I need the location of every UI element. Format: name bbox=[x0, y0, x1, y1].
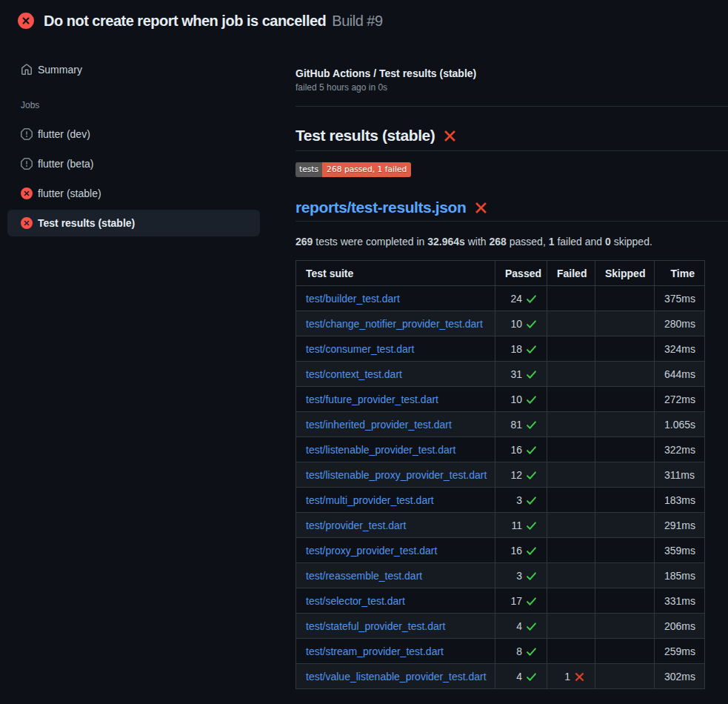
jobs-section-label: Jobs bbox=[21, 100, 295, 110]
time-cell-value: 311ms bbox=[664, 469, 695, 481]
failed-cell bbox=[547, 563, 595, 588]
failed-cell bbox=[547, 588, 595, 614]
summary-text: 32.964s bbox=[427, 236, 465, 248]
table-row: test/provider_test.dart11291ms bbox=[296, 513, 705, 538]
time-cell-value: 324ms bbox=[664, 343, 695, 355]
passed-cell-value: 8 bbox=[516, 645, 522, 657]
skipped-cell bbox=[595, 538, 655, 563]
suite-cell: test/context_test.dart bbox=[296, 362, 495, 387]
passed-cell-value: 4 bbox=[516, 620, 522, 632]
sidebar-item-job[interactable]: Test results (stable) bbox=[7, 210, 260, 236]
table-row: test/reassemble_test.dart3185ms bbox=[296, 563, 705, 588]
check-mark-icon bbox=[526, 293, 537, 305]
stop-icon bbox=[21, 128, 33, 140]
suite-link[interactable]: test/reassemble_test.dart bbox=[306, 570, 422, 582]
check-mark-icon bbox=[526, 394, 537, 405]
report-heading: Test results (stable) bbox=[295, 125, 728, 151]
jobs-list: flutter (dev)flutter (beta)flutter (stab… bbox=[0, 121, 295, 236]
header-row: Test suitePassedFailedSkippedTime bbox=[296, 261, 705, 286]
passed-cell-value: 81 bbox=[510, 419, 522, 431]
table-row: test/change_notifier_provider_test.dart1… bbox=[296, 311, 705, 336]
check-mark-icon bbox=[526, 344, 537, 355]
suite-cell: test/provider_test.dart bbox=[296, 513, 495, 538]
time-cell: 311ms bbox=[655, 462, 705, 488]
table-row: test/value_listenable_provider_test.dart… bbox=[296, 664, 705, 689]
suite-link[interactable]: test/value_listenable_provider_test.dart bbox=[306, 671, 487, 683]
failed-cell bbox=[547, 614, 595, 639]
time-cell-value: 183ms bbox=[664, 494, 695, 506]
sidebar: Summary Jobs flutter (dev)flutter (beta)… bbox=[0, 41, 295, 236]
skipped-cell bbox=[595, 488, 655, 513]
check-mark-icon bbox=[526, 445, 537, 456]
time-cell-value: 206ms bbox=[664, 620, 695, 632]
failed-cell bbox=[547, 437, 595, 462]
sidebar-item-job[interactable]: flutter (stable) bbox=[7, 180, 260, 207]
suite-link[interactable]: test/change_notifier_provider_test.dart bbox=[306, 318, 483, 330]
sidebar-item-job[interactable]: flutter (dev) bbox=[7, 121, 260, 147]
summary-paragraph: 269 tests were completed in 32.964s with… bbox=[295, 234, 728, 250]
time-cell-value: 280ms bbox=[664, 318, 695, 330]
passed-cell: 16 bbox=[495, 538, 547, 563]
passed-cell: 3 bbox=[495, 563, 547, 588]
sidebar-item-job[interactable]: flutter (beta) bbox=[7, 150, 260, 177]
column-header: Skipped bbox=[595, 261, 655, 286]
passed-cell-value: 24 bbox=[510, 293, 522, 305]
passed-cell-value: 18 bbox=[510, 343, 522, 355]
passed-cell: 10 bbox=[495, 311, 547, 336]
time-cell: 206ms bbox=[655, 614, 705, 639]
suite-link[interactable]: test/listenable_proxy_provider_test.dart bbox=[306, 469, 487, 481]
suite-link[interactable]: test/provider_test.dart bbox=[306, 519, 406, 531]
summary-text: 1 bbox=[549, 236, 555, 248]
suite-link[interactable]: test/stream_provider_test.dart bbox=[306, 645, 444, 657]
time-cell: 272ms bbox=[655, 387, 705, 412]
skipped-cell bbox=[595, 664, 655, 689]
time-cell: 302ms bbox=[655, 664, 705, 689]
time-cell-value: 302ms bbox=[664, 671, 695, 683]
time-cell: 331ms bbox=[655, 588, 705, 614]
suite-link[interactable]: test/listenable_provider_test.dart bbox=[306, 444, 455, 456]
skipped-cell bbox=[595, 563, 655, 588]
table-row: test/proxy_provider_test.dart16359ms bbox=[296, 538, 705, 563]
suite-cell: test/listenable_proxy_provider_test.dart bbox=[296, 462, 495, 488]
suite-cell: test/future_provider_test.dart bbox=[296, 387, 495, 412]
suite-link[interactable]: test/inherited_provider_test.dart bbox=[306, 419, 452, 431]
table-row: test/listenable_provider_test.dart16322m… bbox=[296, 437, 705, 462]
time-cell: 183ms bbox=[655, 488, 705, 513]
passed-cell-value: 16 bbox=[510, 545, 522, 557]
time-cell: 375ms bbox=[655, 286, 705, 311]
status-line: failed 5 hours ago in 0s bbox=[295, 81, 728, 94]
report-file-link[interactable]: reports/test-results.json bbox=[295, 197, 466, 218]
passed-cell: 11 bbox=[495, 513, 547, 538]
suite-link[interactable]: test/builder_test.dart bbox=[306, 293, 400, 305]
time-cell: 324ms bbox=[655, 336, 705, 362]
report-heading-text: Test results (stable) bbox=[295, 125, 435, 146]
sidebar-item-summary[interactable]: Summary bbox=[7, 56, 260, 83]
suite-cell: test/inherited_provider_test.dart bbox=[296, 412, 495, 437]
table-row: test/inherited_provider_test.dart811.065… bbox=[296, 412, 705, 437]
skipped-cell bbox=[595, 412, 655, 437]
suite-link[interactable]: test/multi_provider_test.dart bbox=[306, 494, 434, 506]
passed-cell: 17 bbox=[495, 588, 547, 614]
sidebar-item-label: flutter (beta) bbox=[38, 158, 93, 170]
suite-link[interactable]: test/future_provider_test.dart bbox=[306, 393, 438, 405]
x-circle-icon bbox=[21, 217, 33, 229]
table-row: test/multi_provider_test.dart3183ms bbox=[296, 488, 705, 513]
failed-cell bbox=[547, 513, 595, 538]
results-table-head: Test suitePassedFailedSkippedTime bbox=[296, 261, 705, 286]
sidebar-item-label: Summary bbox=[38, 64, 82, 76]
suite-link[interactable]: test/context_test.dart bbox=[306, 368, 402, 380]
check-mark-icon bbox=[526, 319, 537, 330]
suite-link[interactable]: test/proxy_provider_test.dart bbox=[306, 545, 437, 557]
passed-cell-value: 10 bbox=[510, 393, 522, 405]
check-mark-icon bbox=[526, 671, 537, 683]
suite-link[interactable]: test/selector_test.dart bbox=[306, 595, 405, 607]
summary-text: failed and bbox=[555, 236, 606, 248]
suite-link[interactable]: test/consumer_test.dart bbox=[306, 343, 414, 355]
passed-cell: 3 bbox=[495, 488, 547, 513]
sidebar-item-label: flutter (dev) bbox=[38, 128, 90, 140]
suite-cell: test/stream_provider_test.dart bbox=[296, 639, 495, 664]
table-row: test/consumer_test.dart18324ms bbox=[296, 336, 705, 362]
time-cell-value: 291ms bbox=[664, 519, 695, 531]
summary-text: 268 bbox=[490, 236, 507, 248]
suite-link[interactable]: test/stateful_provider_test.dart bbox=[306, 620, 445, 632]
